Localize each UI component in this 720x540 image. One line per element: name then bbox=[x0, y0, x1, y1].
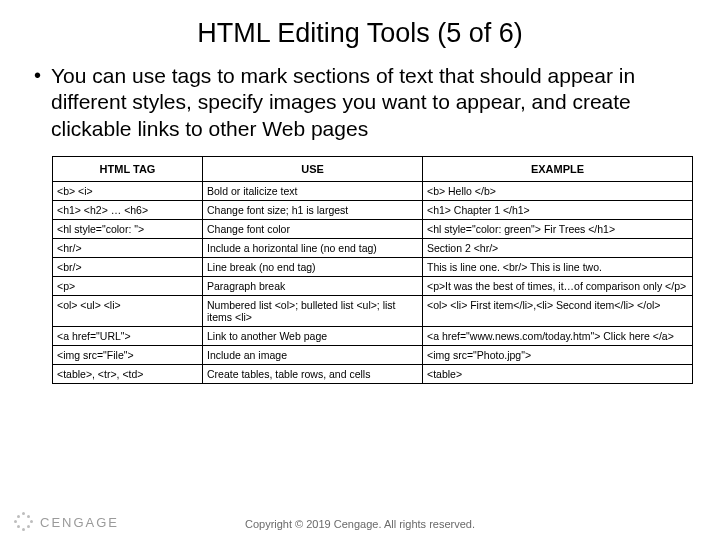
cell-tag: <b> <i> bbox=[53, 181, 203, 200]
col-header-use: USE bbox=[203, 156, 423, 181]
table-row: <br/> Line break (no end tag) This is li… bbox=[53, 257, 693, 276]
cell-use: Paragraph break bbox=[203, 276, 423, 295]
cell-tag: <a href="URL"> bbox=[53, 326, 203, 345]
table-row: <b> <i> Bold or italicize text <b> Hello… bbox=[53, 181, 693, 200]
slide-title: HTML Editing Tools (5 of 6) bbox=[28, 18, 692, 49]
table-row: <hr/> Include a horizontal line (no end … bbox=[53, 238, 693, 257]
bullet-icon: • bbox=[34, 63, 41, 87]
cell-tag: <hr/> bbox=[53, 238, 203, 257]
cell-example: <hl style="color: green"> Fir Trees </h1… bbox=[423, 219, 693, 238]
cell-example: <table> bbox=[423, 364, 693, 383]
cell-use: Line break (no end tag) bbox=[203, 257, 423, 276]
cell-example: This is line one. <br/> This is line two… bbox=[423, 257, 693, 276]
cell-use: Change font size; h1 is largest bbox=[203, 200, 423, 219]
cell-use: Change font color bbox=[203, 219, 423, 238]
cell-tag: <br/> bbox=[53, 257, 203, 276]
reference-table: HTML TAG USE EXAMPLE <b> <i> Bold or ita… bbox=[52, 156, 693, 384]
cell-tag: <ol> <ul> <li> bbox=[53, 295, 203, 326]
cell-tag: <p> bbox=[53, 276, 203, 295]
table-row: <img src="File"> Include an image <img s… bbox=[53, 345, 693, 364]
cell-example: <a href="www.news.com/today.htm"> Click … bbox=[423, 326, 693, 345]
cell-use: Numbered list <ol>; bulleted list <ul>; … bbox=[203, 295, 423, 326]
cell-use: Bold or italicize text bbox=[203, 181, 423, 200]
cell-use: Include a horizontal line (no end tag) bbox=[203, 238, 423, 257]
cell-example: <h1> Chapter 1 </h1> bbox=[423, 200, 693, 219]
col-header-example: EXAMPLE bbox=[423, 156, 693, 181]
cell-use: Create tables, table rows, and cells bbox=[203, 364, 423, 383]
table-header-row: HTML TAG USE EXAMPLE bbox=[53, 156, 693, 181]
table-row: <ol> <ul> <li> Numbered list <ol>; bulle… bbox=[53, 295, 693, 326]
cell-tag: <img src="File"> bbox=[53, 345, 203, 364]
cell-example: <p>It was the best of times, it…of compa… bbox=[423, 276, 693, 295]
table-row: <a href="URL"> Link to another Web page … bbox=[53, 326, 693, 345]
table-row: <p> Paragraph break <p>It was the best o… bbox=[53, 276, 693, 295]
cell-tag: <table>, <tr>, <td> bbox=[53, 364, 203, 383]
cell-example: Section 2 <hr/> bbox=[423, 238, 693, 257]
col-header-tag: HTML TAG bbox=[53, 156, 203, 181]
table-row: <table>, <tr>, <td> Create tables, table… bbox=[53, 364, 693, 383]
table-row: <hl style="color: "> Change font color <… bbox=[53, 219, 693, 238]
cell-tag: <hl style="color: "> bbox=[53, 219, 203, 238]
slide: HTML Editing Tools (5 of 6) • You can us… bbox=[0, 0, 720, 540]
cell-example: <b> Hello </b> bbox=[423, 181, 693, 200]
cell-example: <ol> <li> First item</li>,<li> Second it… bbox=[423, 295, 693, 326]
copyright-text: Copyright © 2019 Cengage. All rights res… bbox=[0, 518, 720, 530]
body-text: You can use tags to mark sections of tex… bbox=[51, 63, 692, 142]
cell-use: Link to another Web page bbox=[203, 326, 423, 345]
cell-example: <img src="Photo.jpg"> bbox=[423, 345, 693, 364]
bullet-item: • You can use tags to mark sections of t… bbox=[28, 63, 692, 142]
cell-tag: <h1> <h2> … <h6> bbox=[53, 200, 203, 219]
cell-use: Include an image bbox=[203, 345, 423, 364]
table-row: <h1> <h2> … <h6> Change font size; h1 is… bbox=[53, 200, 693, 219]
